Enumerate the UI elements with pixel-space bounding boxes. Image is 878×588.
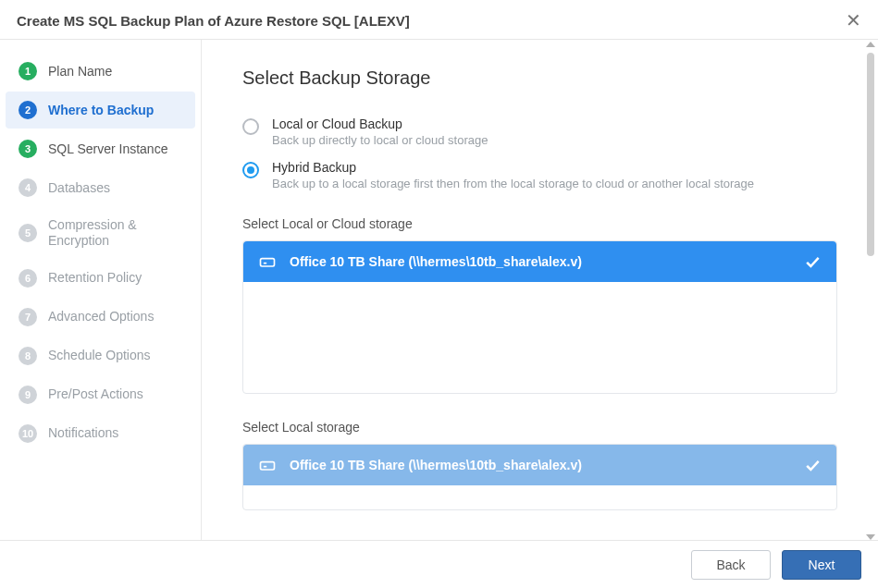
radio-icon xyxy=(242,162,259,178)
sidebar-item-databases: 4 Databases xyxy=(6,169,195,206)
radio-label: Hybrid Backup xyxy=(272,160,754,175)
step-label: Notifications xyxy=(48,425,118,441)
storage-item[interactable]: Office 10 TB Share (\\hermes\10tb_share\… xyxy=(243,241,836,282)
step-number: 1 xyxy=(19,62,37,80)
step-number: 8 xyxy=(19,347,37,365)
radio-icon xyxy=(242,118,259,135)
dialog-title: Create MS SQL Backup Plan of Azure Resto… xyxy=(17,13,410,29)
svg-rect-0 xyxy=(261,259,275,266)
sidebar-item-retention-policy: 6 Retention Policy xyxy=(6,260,195,297)
check-icon xyxy=(803,456,822,474)
step-number: 2 xyxy=(19,101,37,119)
sidebar-item-compression-encryption: 5 Compression & Encryption xyxy=(6,208,195,258)
radio-local-or-cloud[interactable]: Local or Cloud Backup Back up directly t… xyxy=(242,116,837,147)
subheading-local-storage: Select Local storage xyxy=(242,420,837,435)
radio-desc: Back up directly to local or cloud stora… xyxy=(272,133,488,147)
radio-text: Hybrid Backup Back up to a local storage… xyxy=(272,160,754,190)
radio-desc: Back up to a local storage first then fr… xyxy=(272,177,754,190)
storage-list-local: Office 10 TB Share (\\hermes\10tb_share\… xyxy=(242,444,837,510)
disk-icon xyxy=(258,456,277,474)
step-label: Compression & Encryption xyxy=(48,217,182,249)
wizard-sidebar: 1 Plan Name 2 Where to Backup 3 SQL Serv… xyxy=(0,40,202,542)
page-title: Select Backup Storage xyxy=(242,67,837,89)
dialog-body: 1 Plan Name 2 Where to Backup 3 SQL Serv… xyxy=(0,40,878,542)
storage-list-primary: Office 10 TB Share (\\hermes\10tb_share\… xyxy=(242,240,837,394)
step-number: 4 xyxy=(19,178,37,197)
subheading-local-or-cloud-storage: Select Local or Cloud storage xyxy=(242,216,837,231)
check-icon xyxy=(803,252,822,271)
radio-hybrid[interactable]: Hybrid Backup Back up to a local storage… xyxy=(242,160,837,190)
sidebar-item-where-to-backup[interactable]: 2 Where to Backup xyxy=(6,92,195,129)
back-button[interactable]: Back xyxy=(691,550,771,580)
step-label: Schedule Options xyxy=(48,348,151,363)
disk-icon xyxy=(258,252,277,271)
storage-name: Office 10 TB Share (\\hermes\10tb_share\… xyxy=(290,458,582,472)
sidebar-item-plan-name[interactable]: 1 Plan Name xyxy=(6,53,195,90)
step-label: Pre/Post Actions xyxy=(48,386,143,402)
sidebar-item-schedule-options: 8 Schedule Options xyxy=(6,337,195,374)
scrollbar[interactable] xyxy=(863,40,878,542)
storage-empty-area xyxy=(243,282,836,393)
radio-dot-icon xyxy=(247,166,254,174)
scroll-up-icon[interactable] xyxy=(866,42,875,47)
scrollbar-thumb[interactable] xyxy=(867,53,874,256)
sidebar-item-notifications: 10 Notifications xyxy=(6,415,195,452)
step-number: 3 xyxy=(19,140,37,158)
radio-text: Local or Cloud Backup Back up directly t… xyxy=(272,116,488,147)
step-number: 10 xyxy=(19,424,37,443)
step-number: 6 xyxy=(19,269,37,288)
dialog-header: Create MS SQL Backup Plan of Azure Resto… xyxy=(0,0,878,40)
step-number: 9 xyxy=(19,386,37,404)
step-number: 7 xyxy=(19,308,37,326)
step-label: Where to Backup xyxy=(48,103,154,118)
main-panel: Select Backup Storage Local or Cloud Bac… xyxy=(202,40,878,542)
scrollbar-track[interactable] xyxy=(863,53,878,529)
sidebar-item-advanced-options: 7 Advanced Options xyxy=(6,299,195,336)
radio-label: Local or Cloud Backup xyxy=(272,116,488,131)
sidebar-item-sql-server-instance[interactable]: 3 SQL Server Instance xyxy=(6,130,195,167)
step-label: SQL Server Instance xyxy=(48,141,167,157)
step-label: Retention Policy xyxy=(48,270,142,286)
close-icon[interactable]: ✕ xyxy=(846,11,861,30)
svg-rect-2 xyxy=(261,462,275,470)
sidebar-item-pre-post-actions: 9 Pre/Post Actions xyxy=(6,376,195,413)
step-label: Advanced Options xyxy=(48,309,154,325)
step-label: Databases xyxy=(48,180,110,196)
dialog-footer: Back Next xyxy=(0,540,878,588)
storage-item[interactable]: Office 10 TB Share (\\hermes\10tb_share\… xyxy=(243,445,836,485)
storage-name: Office 10 TB Share (\\hermes\10tb_share\… xyxy=(290,254,582,269)
next-button[interactable]: Next xyxy=(782,550,861,580)
step-number: 5 xyxy=(19,224,37,242)
step-label: Plan Name xyxy=(48,64,112,80)
storage-empty-area xyxy=(243,485,836,509)
